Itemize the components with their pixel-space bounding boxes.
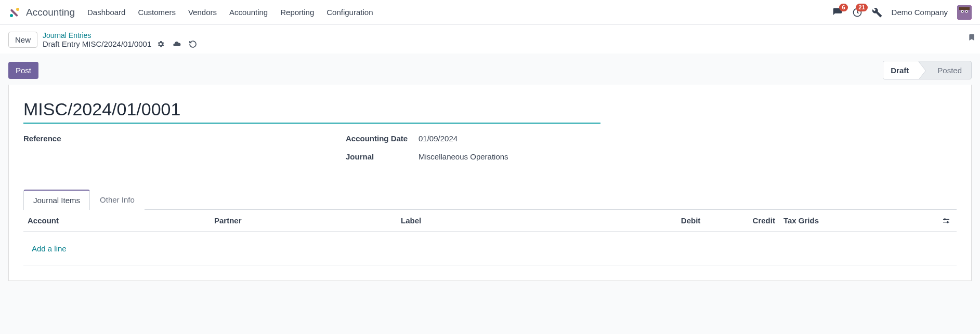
entry-name-input[interactable] <box>23 99 600 124</box>
nav-item-configuration[interactable]: Configuration <box>326 8 373 17</box>
breadcrumb: Journal Entries Draft Entry MISC/2024/01… <box>43 31 197 48</box>
journal-label: Journal <box>346 152 419 161</box>
nav-item-accounting[interactable]: Accounting <box>229 8 268 17</box>
add-line-link[interactable]: Add a line <box>28 238 71 259</box>
accounting-date-label: Accounting Date <box>346 134 419 143</box>
bookmark-icon[interactable] <box>968 32 976 43</box>
journal-items-table: Account Partner Label Debit Credit Tax G… <box>23 210 957 266</box>
status-step-posted[interactable]: Posted <box>926 61 971 79</box>
nav-item-reporting[interactable]: Reporting <box>280 8 314 17</box>
svg-point-12 <box>944 219 946 220</box>
svg-point-8 <box>966 10 967 11</box>
status-bar: Post Draft Posted <box>0 54 980 85</box>
col-label[interactable]: Label <box>397 210 621 232</box>
col-partner[interactable]: Partner <box>210 210 397 232</box>
company-selector[interactable]: Demo Company <box>892 8 948 17</box>
svg-point-2 <box>16 8 19 11</box>
nav-item-dashboard[interactable]: Dashboard <box>87 8 125 17</box>
user-avatar[interactable] <box>957 5 972 20</box>
col-credit[interactable]: Credit <box>704 210 779 232</box>
nav-right: 6 21 Demo Company <box>832 5 972 20</box>
sliders-icon[interactable] <box>942 217 952 225</box>
col-debit[interactable]: Debit <box>621 210 705 232</box>
control-panel: New Journal Entries Draft Entry MISC/202… <box>0 25 980 54</box>
nav-item-vendors[interactable]: Vendors <box>188 8 217 17</box>
accounting-date-value[interactable]: 01/09/2024 <box>419 134 458 143</box>
messages-icon[interactable]: 6 <box>832 7 843 18</box>
activities-badge: 21 <box>856 4 867 11</box>
svg-point-1 <box>10 14 13 17</box>
tab-journal-items[interactable]: Journal Items <box>23 190 90 210</box>
form-fields: Reference Accounting Date 01/09/2024 Jou… <box>23 134 957 170</box>
app-logo-icon[interactable] <box>8 6 21 19</box>
gear-icon[interactable] <box>156 40 165 48</box>
status-arrow-icon <box>918 61 925 79</box>
col-tax-grids[interactable]: Tax Grids <box>779 210 938 232</box>
new-button[interactable]: New <box>8 32 37 48</box>
post-button[interactable]: Post <box>8 62 38 79</box>
undo-icon[interactable] <box>189 40 197 48</box>
debug-tools-icon[interactable] <box>872 7 882 18</box>
nav-item-customers[interactable]: Customers <box>138 8 176 17</box>
col-settings[interactable] <box>938 210 957 232</box>
svg-point-13 <box>947 221 948 223</box>
tab-other-info[interactable]: Other Info <box>90 190 145 210</box>
breadcrumb-parent-link[interactable]: Journal Entries <box>43 31 197 39</box>
col-account[interactable]: Account <box>23 210 210 232</box>
nav-menu: Dashboard Customers Vendors Accounting R… <box>87 8 373 17</box>
breadcrumb-current: Draft Entry MISC/2024/01/0001 <box>43 39 197 48</box>
svg-point-7 <box>962 10 963 11</box>
svg-rect-9 <box>959 7 970 10</box>
status-step-draft[interactable]: Draft <box>883 61 918 79</box>
reference-label: Reference <box>23 134 96 143</box>
breadcrumb-current-text: Draft Entry MISC/2024/01/0001 <box>43 39 151 48</box>
app-title[interactable]: Accounting <box>26 7 75 18</box>
tabs: Journal Items Other Info <box>23 189 957 210</box>
activities-icon[interactable]: 21 <box>852 7 863 18</box>
content-area: Post Draft Posted Reference Accounting D… <box>0 54 980 281</box>
messages-badge: 6 <box>839 4 847 11</box>
journal-value[interactable]: Miscellaneous Operations <box>419 152 508 161</box>
form-sheet: Reference Accounting Date 01/09/2024 Jou… <box>8 85 972 281</box>
status-indicator: Draft Posted <box>883 61 972 79</box>
top-nav: Accounting Dashboard Customers Vendors A… <box>0 0 980 25</box>
cloud-icon[interactable] <box>172 40 181 48</box>
